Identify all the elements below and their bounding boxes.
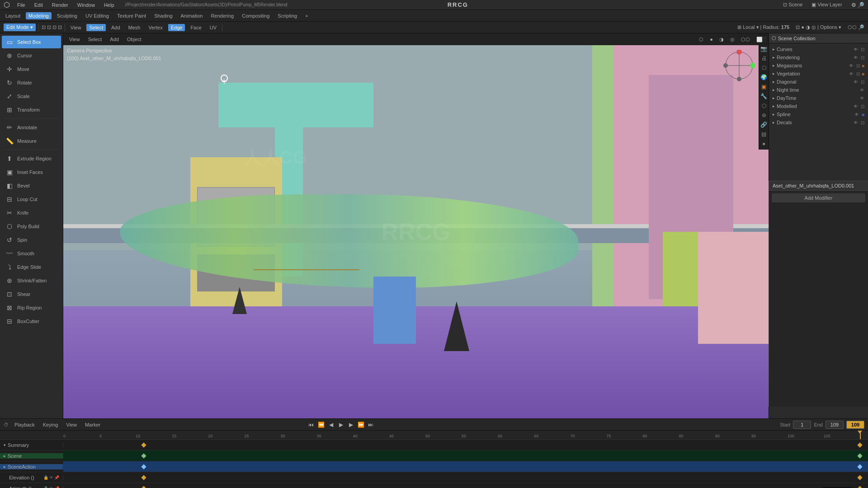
- tool-shrink-fatten[interactable]: ⊛ Shrink/Fatten: [2, 274, 61, 287]
- tool-bevel[interactable]: ◧ Bevel: [2, 179, 61, 192]
- vis-icon-diagonal[interactable]: ⊡: [861, 80, 864, 84]
- collection-decals[interactable]: ▸ Decals 👁 ⊡: [769, 118, 868, 127]
- jump-start-btn[interactable]: ⏮: [307, 421, 315, 429]
- props-object-icon[interactable]: ▣: [760, 83, 768, 91]
- tool-shear[interactable]: ⊡ Shear: [2, 288, 61, 300]
- vp-shading-render[interactable]: ◎: [728, 36, 737, 43]
- tool-rotate[interactable]: ↻ Rotate: [2, 76, 61, 89]
- collection-vegetation[interactable]: ▸ Vegetation 👁 ⊡ ■: [769, 70, 868, 78]
- props-world-icon[interactable]: 🌍: [760, 73, 768, 81]
- step-forward-btn[interactable]: ▶: [347, 421, 355, 429]
- view-btn[interactable]: View: [68, 24, 84, 31]
- current-frame-input[interactable]: [846, 421, 864, 429]
- tab-modeling[interactable]: Modeling: [26, 12, 52, 19]
- eye-icon-curves[interactable]: 👁: [854, 47, 858, 52]
- face-btn[interactable]: Face: [188, 24, 204, 31]
- add-modifier-button[interactable]: Add Modifier: [772, 193, 865, 202]
- elevation-eye-icon[interactable]: 👁: [49, 475, 53, 480]
- tool-extrude-region[interactable]: ⬆ Extrude Region: [2, 152, 61, 165]
- tab-scripting[interactable]: Scripting: [275, 12, 300, 19]
- menu-help[interactable]: Help: [102, 1, 116, 9]
- next-keyframe-btn[interactable]: ⏩: [357, 421, 365, 429]
- collection-nighttime[interactable]: ▸ Night time 👁: [769, 86, 868, 94]
- tool-cursor[interactable]: ⊕ Cursor: [2, 49, 61, 62]
- collection-spline[interactable]: ▸ Spline 👁 ■: [769, 110, 868, 118]
- tab-layout[interactable]: Layout: [3, 12, 23, 19]
- step-back-btn[interactable]: ◀: [327, 421, 335, 429]
- viewport-gizmo[interactable]: [723, 50, 755, 81]
- eye-icon-decals[interactable]: 👁: [854, 120, 858, 125]
- vis-icon-decals[interactable]: ⊡: [861, 120, 864, 125]
- menu-edit[interactable]: Edit: [33, 1, 45, 9]
- playback-dropdown[interactable]: Playback: [12, 421, 37, 428]
- props-particles-icon[interactable]: ⬡: [760, 102, 768, 110]
- props-modifier-icon[interactable]: 🔧: [760, 92, 768, 100]
- vp-shading-wire[interactable]: ⬡: [697, 36, 706, 43]
- props-data-icon[interactable]: ▤: [760, 130, 768, 138]
- tool-inset-faces[interactable]: ▣ Inset Faces: [2, 166, 61, 178]
- collection-rendering[interactable]: ▸ Rendering 👁 ⊡: [769, 53, 868, 61]
- prev-keyframe-btn[interactable]: ⏪: [317, 421, 325, 429]
- vis-icon-rendering[interactable]: ⊡: [861, 55, 864, 60]
- props-physics-icon[interactable]: ⊛: [760, 111, 768, 119]
- vis-icon-megascans[interactable]: ⊡: [856, 63, 860, 68]
- mesh-btn[interactable]: Mesh: [126, 24, 143, 31]
- vp-xray[interactable]: ⬜: [754, 36, 765, 43]
- timeline-playhead[interactable]: [860, 431, 861, 439]
- eye-icon-megascans[interactable]: 👁: [849, 63, 854, 68]
- tool-spin[interactable]: ↺ Spin: [2, 234, 61, 246]
- menu-file[interactable]: File: [15, 1, 27, 9]
- props-output-icon[interactable]: 🖨: [760, 54, 768, 62]
- tool-rip-region[interactable]: ⊠ Rip Region: [2, 301, 61, 314]
- vp-shading-solid[interactable]: ●: [708, 36, 715, 43]
- vis-icon-modelled[interactable]: ⊡: [861, 104, 864, 109]
- play-btn[interactable]: ▶: [337, 421, 345, 429]
- eye-icon-vegetation[interactable]: 👁: [849, 71, 854, 76]
- tool-smooth[interactable]: 〰 Smooth: [2, 247, 61, 260]
- tool-knife[interactable]: ✂ Knife: [2, 206, 61, 219]
- jump-end-btn[interactable]: ⏭: [367, 421, 375, 429]
- eye-icon-spline[interactable]: 👁: [854, 112, 859, 117]
- azimuth-lock-icon[interactable]: 🔒: [43, 486, 48, 488]
- collection-curves[interactable]: ▸ Curves 👁 ⊡: [769, 45, 868, 53]
- collection-diagonal[interactable]: ▸ Diagonal 👁 ⊡: [769, 78, 868, 86]
- end-frame-input[interactable]: [826, 421, 844, 429]
- marker-dropdown[interactable]: Marker: [83, 421, 103, 428]
- tool-annotate[interactable]: ✏ Annotate: [2, 121, 61, 134]
- vp-overlay[interactable]: ⬡⬡: [739, 36, 752, 43]
- collection-modelled[interactable]: ▸ Modelled 👁 ⊡: [769, 102, 868, 110]
- props-material-icon[interactable]: ●: [760, 140, 768, 148]
- tab-uv-editing[interactable]: UV Editing: [83, 12, 112, 19]
- tool-scale[interactable]: ⤢ Scale: [2, 90, 61, 103]
- viewport-canvas[interactable]: RRCG 人人CG +: [63, 45, 769, 418]
- props-view-layer-icon[interactable]: ⬡: [760, 64, 768, 72]
- tab-animation[interactable]: Animation: [178, 12, 206, 19]
- mode-dropdown[interactable]: Edit Mode ▾: [4, 23, 36, 31]
- keying-dropdown[interactable]: Keying: [41, 421, 61, 428]
- tool-boxcutter[interactable]: ⊟ BoxCutter: [2, 315, 61, 328]
- tool-select-box[interactable]: ▭ Select Box: [2, 36, 61, 48]
- track-sceneaction-content[interactable]: [63, 461, 868, 472]
- vis-icon-curves[interactable]: ⊡: [861, 47, 864, 52]
- vp-select[interactable]: Select: [86, 36, 104, 43]
- select-btn[interactable]: Select: [86, 24, 106, 31]
- uv-btn[interactable]: UV: [207, 24, 219, 31]
- tab-rendering[interactable]: Rendering: [208, 12, 236, 19]
- menu-window[interactable]: Window: [75, 1, 97, 9]
- tab-add[interactable]: +: [302, 12, 311, 19]
- vp-add[interactable]: Add: [108, 36, 121, 43]
- elevation-pin-icon[interactable]: 📌: [54, 475, 59, 480]
- eye-icon-daytime[interactable]: 👁: [860, 96, 864, 101]
- tool-move[interactable]: ✛ Move: [2, 63, 61, 75]
- vp-object[interactable]: Object: [125, 36, 144, 43]
- azimuth-pin-icon[interactable]: 📌: [54, 486, 59, 488]
- start-frame-input[interactable]: [793, 421, 811, 429]
- tab-texture-paint[interactable]: Texture Paint: [114, 12, 149, 19]
- props-constraints-icon[interactable]: 🔗: [760, 121, 768, 129]
- vp-shading-material[interactable]: ◑: [717, 36, 726, 43]
- tool-loop-cut[interactable]: ⊟ Loop Cut: [2, 193, 61, 206]
- vis-icon-vegetation[interactable]: ⊡: [856, 71, 860, 76]
- eye-icon-nighttime[interactable]: 👁: [860, 88, 864, 93]
- eye-icon-diagonal[interactable]: 👁: [854, 80, 858, 84]
- vertex-btn[interactable]: Vertex: [146, 24, 165, 31]
